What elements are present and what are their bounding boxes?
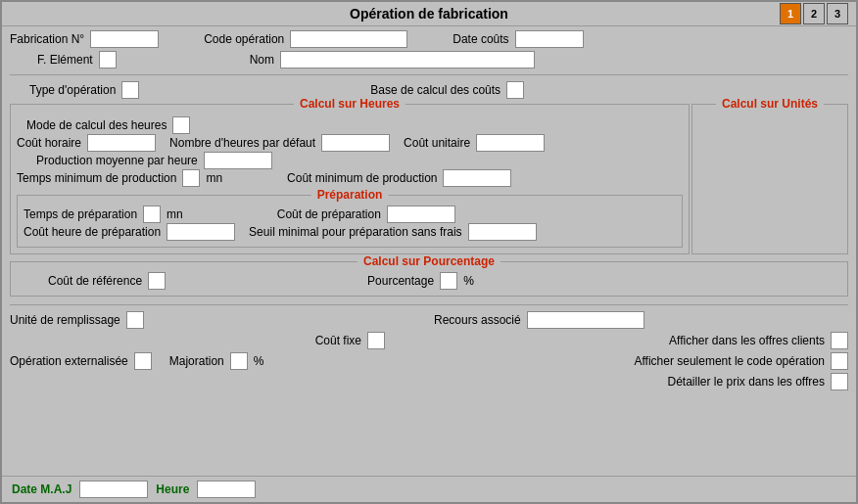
separator-2: [10, 304, 848, 305]
temps-prep-label: Temps de préparation: [24, 207, 137, 221]
fabrication-label: Fabrication N°: [10, 32, 84, 46]
preparation-title: Préparation: [311, 188, 389, 202]
temps-prep-input[interactable]: [143, 206, 161, 223]
cout-ref-label: Coût de référence: [48, 274, 142, 288]
title-bar: Opération de fabrication 1 2 3: [2, 2, 856, 26]
prod-moy-label: Production moyenne par heure: [36, 154, 198, 167]
row-temps-prep: Temps de préparation mn Coût de préparat…: [24, 206, 676, 223]
row-detailler: Détailler le prix dans les offres: [434, 373, 848, 390]
date-couts-label: Date coûts: [453, 32, 508, 46]
afficher-code-label: Afficher seulement le code opération: [634, 354, 825, 368]
unite-remplissage-label: Unité de remplissage: [10, 313, 120, 327]
nb-heures-input[interactable]: [321, 134, 390, 152]
main-area: Fabrication N° Code opération Date coûts…: [2, 26, 856, 476]
row-afficher-offres: Afficher dans les offres clients: [434, 332, 848, 349]
row-cout-heure-prep: Coût heure de préparation Seuil minimal …: [24, 223, 676, 241]
mn-label-2: mn: [167, 207, 183, 221]
afficher-offres-input[interactable]: [831, 332, 848, 349]
cout-horaire-input[interactable]: [87, 134, 156, 152]
pourcentage-input[interactable]: [440, 272, 457, 290]
calcul-heures-title: Calcul sur Heures: [294, 97, 405, 111]
base-calcul-label: Base de calcul des coûts: [370, 83, 500, 97]
cout-heure-prep-label: Coût heure de préparation: [24, 225, 161, 239]
row-afficher-code: Afficher seulement le code opération: [434, 352, 848, 370]
tab-buttons: 1 2 3: [780, 3, 848, 24]
row-mode-calcul: Mode de calcul des heures: [17, 116, 683, 134]
f-element-label: F. Elément: [37, 53, 93, 67]
cout-fixe-input[interactable]: [367, 332, 385, 349]
row-cout-horaire: Coût horaire Nombre d'heures par défaut …: [17, 134, 683, 152]
window-title: Opération de fabrication: [350, 6, 508, 22]
recours-input[interactable]: [527, 311, 644, 329]
type-operation-input[interactable]: [121, 81, 139, 99]
tab-2[interactable]: 2: [803, 3, 825, 24]
row-fabrication: Fabrication N° Code opération Date coûts: [10, 30, 848, 48]
pct-symbol-2: %: [254, 354, 264, 368]
nb-heures-label: Nombre d'heures par défaut: [169, 136, 315, 150]
base-calcul-input[interactable]: [506, 81, 524, 99]
seuil-input[interactable]: [468, 223, 537, 241]
row-element: F. Elément Nom: [10, 51, 848, 69]
date-maj-input[interactable]: [79, 481, 148, 498]
calcul-unites-title: Calcul sur Unités: [716, 97, 824, 111]
fabrication-input[interactable]: [90, 30, 159, 48]
prod-moy-input[interactable]: [204, 152, 272, 169]
code-operation-label: Code opération: [204, 32, 284, 46]
detailler-label: Détailler le prix dans les offres: [667, 375, 825, 389]
afficher-offres-label: Afficher dans les offres clients: [669, 334, 825, 347]
mode-calcul-label: Mode de calcul des heures: [26, 118, 167, 132]
majoration-label: Majoration: [169, 354, 224, 368]
type-operation-label: Type d'opération: [29, 83, 116, 97]
row-temps-min: Temps minimum de production mn Coût mini…: [17, 169, 683, 187]
calcul-pourcentage-title: Calcul sur Pourcentage: [358, 254, 500, 268]
cout-heure-prep-input[interactable]: [167, 223, 235, 241]
mode-calcul-input[interactable]: [172, 116, 190, 134]
temps-min-label: Temps minimum de production: [17, 171, 176, 185]
footer: Date M.A.J Heure: [2, 476, 856, 502]
row-unite-remplissage: Unité de remplissage: [10, 311, 424, 329]
row-cout-fixe: Coût fixe: [10, 332, 385, 349]
code-operation-input[interactable]: [290, 30, 407, 48]
op-externalisee-label: Opération externalisée: [10, 354, 128, 368]
op-externalisee-input[interactable]: [134, 352, 152, 370]
cout-unitaire-label: Coût unitaire: [404, 136, 470, 150]
cout-fixe-label: Coût fixe: [315, 334, 361, 347]
separator-1: [10, 74, 848, 75]
f-element-input[interactable]: [99, 51, 117, 69]
bottom-section: Unité de remplissage Coût fixe Opération…: [10, 311, 848, 390]
mn-label-1: mn: [206, 171, 222, 185]
pct-symbol: %: [463, 274, 474, 288]
recours-label: Recours associé: [434, 313, 521, 327]
cout-unitaire-input[interactable]: [476, 134, 545, 152]
date-couts-input[interactable]: [515, 30, 584, 48]
tab-1[interactable]: 1: [780, 3, 801, 24]
afficher-code-input[interactable]: [831, 352, 848, 370]
heure-label: Heure: [156, 482, 189, 496]
seuil-label: Seuil minimal pour préparation sans frai…: [249, 225, 461, 239]
row-op-externalisee: Opération externalisée Majoration %: [10, 352, 424, 370]
heure-input[interactable]: [197, 481, 256, 498]
temps-min-input[interactable]: [182, 169, 200, 187]
cout-ref-input[interactable]: [148, 272, 166, 290]
main-window: Opération de fabrication 1 2 3 Fabricati…: [0, 0, 858, 504]
row-recours: Recours associé: [434, 311, 848, 329]
unite-remplissage-input[interactable]: [126, 311, 144, 329]
cout-prep-input[interactable]: [387, 206, 455, 223]
row-prod-moy: Production moyenne par heure: [17, 152, 683, 169]
cout-prep-label: Coût de préparation: [277, 207, 381, 221]
detailler-input[interactable]: [831, 373, 848, 390]
cout-horaire-label: Coût horaire: [17, 136, 81, 150]
date-maj-label: Date M.A.J: [12, 482, 72, 496]
nom-label: Nom: [250, 53, 274, 67]
tab-3[interactable]: 3: [827, 3, 848, 24]
row-pourcentage: Coût de référence Pourcentage %: [19, 272, 839, 290]
pourcentage-label: Pourcentage: [367, 274, 434, 288]
cout-min-label: Coût minimum de production: [287, 171, 437, 185]
nom-input[interactable]: [280, 51, 535, 69]
cout-min-input[interactable]: [443, 169, 511, 187]
majoration-input[interactable]: [230, 352, 248, 370]
